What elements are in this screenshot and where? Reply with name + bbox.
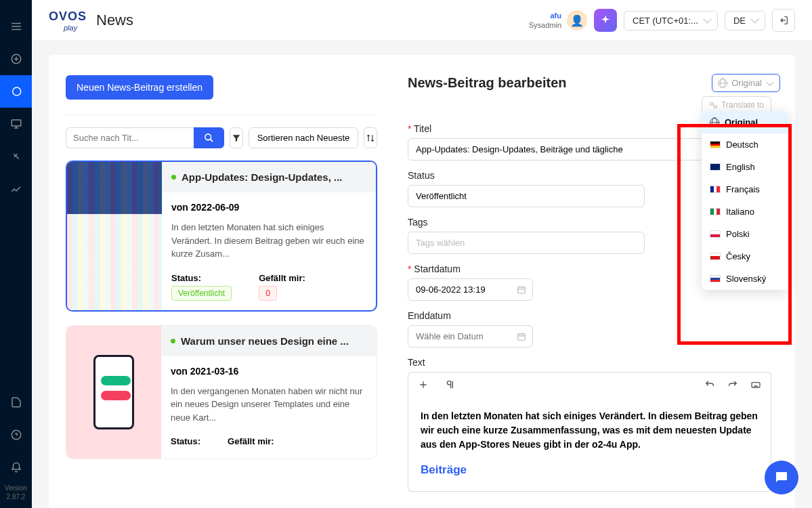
- editor-heading: Beiträge: [421, 461, 758, 479]
- sidebar-item-tools[interactable]: [0, 140, 32, 173]
- svg-rect-4: [710, 102, 713, 104]
- likes-label: Gefällt mir:: [228, 436, 274, 446]
- flag-icon: [710, 275, 721, 282]
- search-input-group: [66, 127, 224, 148]
- logo: OVOS play: [49, 7, 89, 34]
- ai-assistant-button[interactable]: [594, 9, 617, 32]
- globe-icon: [710, 118, 719, 127]
- calendar-icon: [517, 285, 526, 295]
- sidebar-item-analytics[interactable]: [0, 173, 32, 205]
- content: Neuen News-Beitrag erstellen Sortieren n…: [49, 55, 795, 508]
- tags-input[interactable]: [408, 232, 645, 254]
- editor-body[interactable]: In den letzten Monaten hat sich einiges …: [408, 397, 771, 492]
- user-name: afu: [529, 11, 561, 20]
- add-icon[interactable]: [418, 379, 429, 390]
- language-option-label: Polski: [726, 229, 750, 239]
- language-option-original[interactable]: Original: [702, 111, 788, 133]
- page-title: News: [96, 12, 133, 29]
- svg-rect-8: [752, 383, 760, 387]
- redo-icon[interactable]: [727, 379, 738, 390]
- flag-icon: [710, 186, 721, 193]
- news-card-title: Warum unser neues Design eine ...: [181, 335, 349, 347]
- language-option-polski[interactable]: Polski: [702, 223, 788, 245]
- flag-icon: [710, 163, 721, 171]
- news-card-excerpt: In den vergangenen Monaten haben wir nic…: [171, 385, 367, 425]
- language-option-label: Français: [726, 184, 760, 194]
- news-card-thumbnail: [66, 326, 161, 459]
- likes-badge: 0: [259, 286, 277, 301]
- status-input[interactable]: [408, 185, 645, 207]
- svg-rect-5: [714, 106, 717, 108]
- language-option-label: Italiano: [726, 207, 754, 217]
- language-dropdown: OriginalDeutschEnglishFrançaisItalianoPo…: [702, 111, 788, 290]
- undo-icon[interactable]: [704, 379, 715, 390]
- sidebar-item-menu[interactable]: [0, 10, 32, 43]
- filter-button[interactable]: [230, 127, 243, 148]
- sidebar-item-chat[interactable]: [0, 75, 32, 108]
- svg-rect-7: [518, 333, 526, 339]
- status-label: Status:: [171, 436, 200, 446]
- news-list-panel: Neuen News-Beitrag erstellen Sortieren n…: [49, 55, 391, 508]
- status-badge: Veröffentlicht: [171, 286, 232, 301]
- news-card-excerpt: In den letzten Monaten hat sich einiges …: [171, 221, 366, 261]
- enddate-label: Enddatum: [408, 310, 771, 321]
- svg-point-3: [205, 134, 211, 140]
- search-input[interactable]: [66, 127, 194, 148]
- language-option-label: Česky: [726, 251, 750, 261]
- language-option-label: Slovenský: [726, 274, 766, 284]
- sidebar: Version 2.87.2: [0, 0, 32, 508]
- news-card-date: von 2022-06-09: [171, 202, 366, 213]
- language-select[interactable]: Original: [712, 74, 780, 92]
- status-dot-icon: [171, 339, 175, 343]
- news-card-title: App-Updates: Design-Updates, ...: [181, 171, 343, 183]
- header: OVOS play News afu Sysadmin 👤 CET (UTC+0…: [32, 0, 812, 41]
- news-card[interactable]: Warum unser neues Design eine ... von 20…: [66, 325, 377, 460]
- status-label: Status:: [171, 273, 232, 283]
- svg-rect-6: [518, 287, 526, 293]
- sort-select[interactable]: Sortieren nach Neueste: [249, 127, 359, 148]
- svg-rect-1: [12, 120, 21, 126]
- news-card-thumbnail: [67, 162, 162, 310]
- version-info: Version 2.87.2: [5, 484, 27, 508]
- locale-select[interactable]: DE: [725, 11, 765, 30]
- editor-toolbar: [408, 372, 771, 397]
- paragraph-icon[interactable]: [445, 379, 456, 390]
- intercom-button[interactable]: [765, 461, 798, 494]
- text-label: Text: [408, 357, 771, 368]
- enddate-input[interactable]: [408, 325, 533, 347]
- language-option-label: Original: [725, 117, 758, 127]
- sidebar-item-help[interactable]: [0, 419, 32, 451]
- sidebar-item-add[interactable]: [0, 43, 32, 75]
- logout-button[interactable]: [772, 9, 795, 32]
- timezone-select[interactable]: CET (UTC+01:...: [624, 11, 718, 30]
- language-option-česky[interactable]: Česky: [702, 245, 788, 268]
- language-option-english[interactable]: English: [702, 156, 788, 178]
- language-option-français[interactable]: Français: [702, 178, 788, 200]
- language-option-label: Deutsch: [726, 140, 758, 150]
- sidebar-item-presentation[interactable]: [0, 108, 32, 140]
- sort-direction-button[interactable]: [364, 127, 377, 148]
- flag-icon: [710, 141, 721, 148]
- language-option-italiano[interactable]: Italiano: [702, 200, 788, 223]
- avatar: 👤: [567, 10, 587, 30]
- create-news-button[interactable]: Neuen News-Beitrag erstellen: [66, 75, 213, 100]
- flag-icon: [710, 208, 721, 215]
- keyboard-icon[interactable]: [750, 379, 761, 390]
- editor-paragraph: In den letzten Monaten hat sich einiges …: [421, 409, 758, 452]
- user-role: Sysadmin: [529, 20, 561, 30]
- sidebar-item-notifications[interactable]: [0, 451, 32, 484]
- news-card[interactable]: App-Updates: Design-Updates, ... von 202…: [66, 161, 377, 312]
- globe-icon: [718, 79, 727, 88]
- language-option-slovenský[interactable]: Slovenský: [702, 268, 788, 290]
- language-option-label: English: [726, 162, 755, 172]
- language-option-deutsch[interactable]: Deutsch: [702, 133, 788, 156]
- search-button[interactable]: [194, 127, 224, 148]
- edit-panel: News-Beitrag bearbeiten Original Origina…: [391, 55, 795, 508]
- likes-label: Gefällt mir:: [259, 273, 305, 283]
- calendar-icon: [517, 332, 526, 341]
- sidebar-item-document[interactable]: [0, 386, 32, 419]
- flag-icon: [710, 253, 721, 260]
- user-block[interactable]: afu Sysadmin 👤: [529, 10, 587, 30]
- startdate-input[interactable]: [408, 278, 533, 301]
- edit-panel-title: News-Beitrag bearbeiten: [408, 75, 567, 91]
